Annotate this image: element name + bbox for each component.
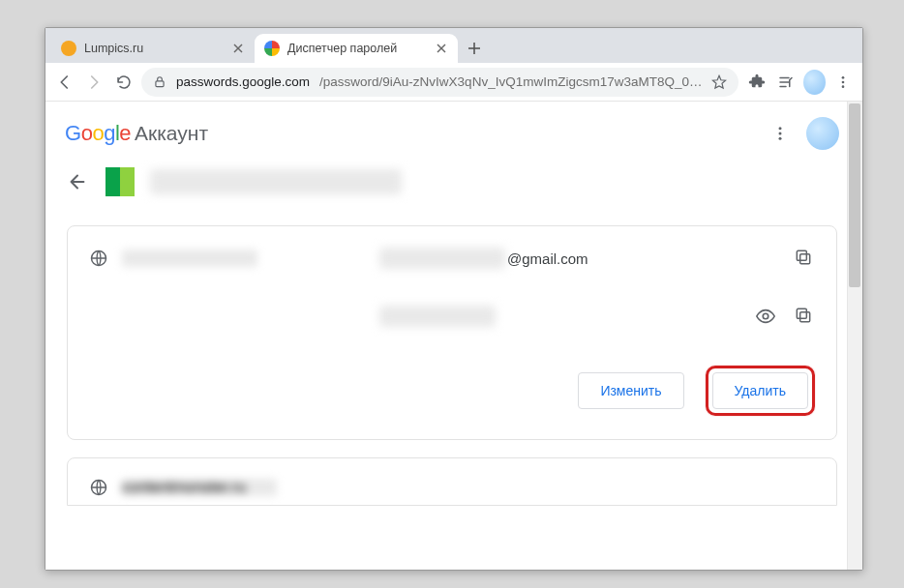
globe-icon [89,478,108,497]
close-tab-icon[interactable] [231,42,245,55]
svg-point-15 [779,132,782,135]
password-blurred [379,306,496,327]
browser-window: Lumpics.ru Диспетчер паролей [45,27,863,571]
password-row [89,306,815,327]
address-bar[interactable]: passwords.google.com/password/9iAu-zNvIw… [141,68,738,97]
site-title-blurred [150,169,402,194]
extensions-icon[interactable] [744,69,768,96]
edit-button[interactable]: Изменить [578,372,683,409]
lock-icon [153,75,166,89]
password-card: @gmail.com [67,225,837,440]
chrome-menu-icon[interactable] [831,69,855,96]
page-content: Google Аккаунт [45,102,862,506]
svg-rect-10 [156,80,164,86]
google-logo: Google [65,121,131,146]
toolbar: passwords.google.com/password/9iAu-zNvIw… [45,63,862,102]
star-icon[interactable] [711,74,727,90]
site-link[interactable]: contentmonster.ru [122,479,277,496]
favicon-icon [61,41,76,56]
page-menu-icon[interactable] [762,115,799,152]
close-tab-icon[interactable] [435,42,448,55]
action-buttons: Изменить Удалить [89,366,815,416]
site-favicon [105,167,135,196]
back-arrow-button[interactable] [65,169,90,194]
svg-rect-19 [797,250,806,260]
url-host: passwords.google.com [176,74,310,89]
delete-button[interactable]: Удалить [712,372,808,409]
next-password-card[interactable]: contentmonster.ru [67,457,837,506]
favicon-google-icon [264,41,280,56]
copy-username-icon[interactable] [794,248,815,269]
tab-password-manager[interactable]: Диспетчер паролей [255,34,458,63]
svg-rect-22 [797,309,806,318]
svg-point-11 [842,76,845,79]
svg-point-13 [842,85,845,88]
account-avatar[interactable] [806,117,839,150]
forward-button[interactable] [82,69,105,96]
account-label: Аккаунт [135,122,208,145]
scrollbar-thumb[interactable] [849,103,860,287]
svg-point-14 [779,127,782,130]
globe-icon [89,249,108,268]
delete-highlight: Удалить [706,366,815,416]
tab-title: Диспетчер паролей [287,42,427,55]
page-viewport: Google Аккаунт [45,102,862,570]
url-path: /password/9iAu-zNvIwX3qNv_IvQ1mwImZigcsm… [319,74,702,89]
svg-point-16 [779,137,782,140]
reload-button[interactable] [112,69,136,96]
back-button[interactable] [53,69,76,96]
username-blurred [379,248,505,269]
svg-rect-21 [800,312,810,322]
tab-lumpics[interactable]: Lumpics.ru [51,34,255,63]
reading-list-icon[interactable] [774,69,798,96]
scrollbar[interactable] [847,102,862,570]
copy-password-icon[interactable] [794,306,815,327]
title-row [57,162,847,225]
site-link-blurred[interactable] [122,250,257,267]
username-row: @gmail.com [89,248,815,269]
tab-title: Lumpics.ru [84,42,224,55]
profile-avatar[interactable] [803,70,826,95]
google-account-header: Google Аккаунт [57,102,847,162]
svg-rect-18 [800,254,810,264]
username-suffix: @gmail.com [507,250,588,267]
svg-point-20 [763,313,768,319]
show-password-icon[interactable] [755,306,776,327]
tab-strip: Lumpics.ru Диспетчер паролей [45,28,862,63]
new-tab-button[interactable] [462,36,487,61]
svg-point-12 [842,80,845,83]
